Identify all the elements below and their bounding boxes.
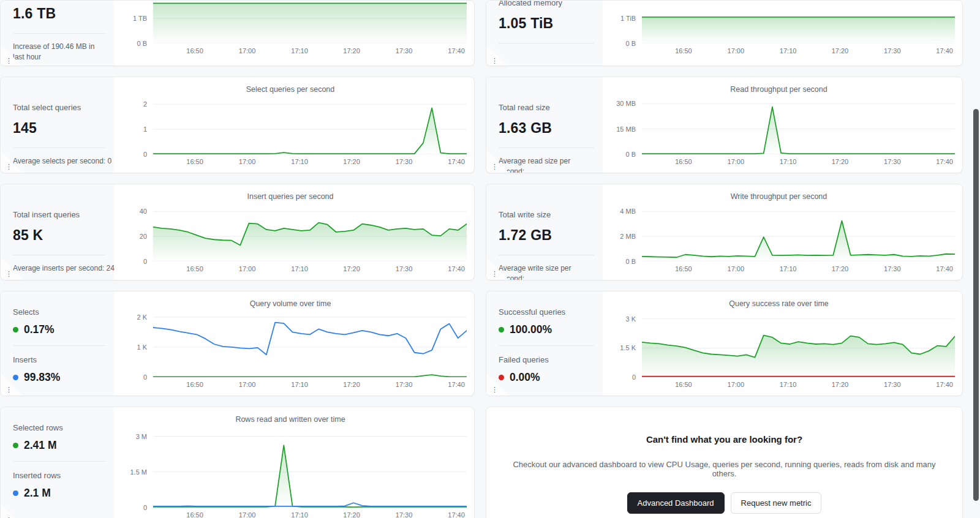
stat-panel: Total select queries 145 Average selects…: [1, 77, 114, 173]
stat-label: Selected rows: [13, 407, 105, 432]
read-size-card: Total read size 1.63 GB Average read siz…: [486, 77, 963, 173]
chart-plot[interactable]: [642, 0, 955, 43]
card-corner-handle-icon[interactable]: ⋮: [1, 258, 23, 280]
x-tick-label: 17:30: [884, 158, 901, 165]
stat-subtext: Average read size per second:452 KB: [499, 156, 594, 173]
x-tick-label: 17:30: [396, 511, 413, 518]
chart-plot[interactable]: [153, 0, 467, 43]
y-axis: 012: [114, 97, 153, 154]
card-corner-handle-icon[interactable]: ⋮: [486, 45, 508, 66]
x-tick-label: 17:20: [832, 265, 849, 272]
card-corner-handle-icon[interactable]: ⋮: [1, 504, 23, 518]
x-tick-label: 17:10: [780, 47, 797, 54]
stat-panel: Successful queries 100.00% Failed querie…: [486, 291, 603, 396]
chart-plot[interactable]: [642, 97, 955, 154]
chart-plot[interactable]: [642, 204, 955, 261]
x-tick-label: 17:30: [396, 381, 413, 388]
x-tick-label: 17:40: [936, 47, 953, 54]
stat-panel: Total write size 1.72 GB Average write s…: [486, 184, 603, 280]
stat-subtext-line1: Average read size per second:: [499, 157, 570, 173]
x-tick-label: 17:00: [728, 265, 745, 272]
stat-label: Selects: [13, 291, 105, 317]
divider: [499, 255, 594, 255]
card-corner-handle-icon[interactable]: ⋮: [486, 151, 508, 173]
chart-plot[interactable]: [153, 97, 467, 154]
stat-value-text: 2.41 M: [24, 439, 57, 452]
x-tick-label: 17:00: [728, 47, 745, 54]
x-tick-label: 17:20: [343, 511, 360, 518]
x-tick-label: 17:00: [728, 158, 745, 165]
y-tick-label: 0 B: [625, 40, 636, 47]
stat-value: 0.00%: [499, 371, 594, 384]
y-tick-label: 1 TiB: [620, 15, 636, 22]
stat-value: 2.41 M: [13, 439, 105, 452]
cta-buttons: Advanced Dashboard Request new metric: [627, 492, 822, 514]
stat-value: 85 K: [13, 227, 105, 244]
x-tick-label: 17:30: [396, 47, 413, 54]
chart-plot[interactable]: [153, 204, 467, 261]
stat-label: Total read size: [499, 77, 594, 112]
y-tick-label: 1 TB: [133, 15, 147, 22]
chart-title: Write throughput per second: [603, 190, 955, 203]
x-tick-label: 17:20: [832, 158, 849, 165]
y-tick-label: 2 K: [137, 313, 147, 321]
x-tick-label: 16:50: [675, 381, 692, 388]
card-corner-handle-icon[interactable]: ⋮: [486, 258, 508, 280]
select-qps-chart: Select queries per second 012 16:5017:00…: [114, 77, 474, 173]
x-tick-label: 17:30: [396, 158, 413, 165]
advanced-dashboard-button[interactable]: Advanced Dashboard: [627, 492, 725, 514]
stat-panel: Selected rows 2.41 M Inserted rows 2.1 M…: [1, 407, 114, 518]
x-tick-label: 17:10: [780, 381, 797, 388]
x-tick-label: 17:20: [832, 47, 849, 54]
request-new-metric-button[interactable]: Request new metric: [731, 492, 822, 514]
green-dot-icon: [13, 443, 18, 448]
x-tick-label: 17:40: [448, 47, 465, 54]
chart-title: Query success rate over time: [603, 298, 955, 310]
card-corner-handle-icon[interactable]: ⋮: [486, 373, 508, 396]
x-tick-label: 16:50: [186, 381, 203, 388]
stat-panel: 1.6 TB Increase of 190.46 MB in last hou…: [1, 0, 114, 66]
card-corner-handle-icon[interactable]: ⋮: [1, 151, 23, 173]
stat-value: 1.05 TiB: [499, 15, 594, 32]
y-axis: 01.5 K3 K: [603, 311, 642, 377]
stat-value-text: 2.1 M: [24, 487, 51, 500]
stat-panel: Allocated memory 1.05 TiB ⋮: [486, 0, 603, 66]
x-tick-label: 17:00: [239, 158, 256, 165]
x-tick-label: 17:40: [448, 158, 465, 165]
x-axis: 16:5017:0017:1017:2017:3017:40: [642, 43, 955, 64]
cta-title: Can't find what you are looking for?: [646, 434, 802, 445]
allocated-memory-card: Allocated memory 1.05 TiB ⋮ 0 B1 TiB 16:…: [486, 0, 963, 66]
stat-value: 99.83%: [13, 371, 105, 384]
vertical-scrollbar-thumb[interactable]: [973, 109, 979, 501]
disk-usage-chart: 0 B1 TB 16:5017:0017:1017:2017:3017:40: [114, 0, 474, 66]
query-volume-chart: Query volume over time 01 K2 K 16:5017:0…: [114, 291, 474, 396]
x-tick-label: 17:20: [343, 265, 360, 272]
y-tick-label: 30 MB: [616, 100, 636, 107]
x-tick-label: 17:00: [239, 511, 256, 518]
stat-subtext: Average selects per second: 0: [13, 156, 105, 167]
x-tick-label: 17:10: [780, 265, 797, 272]
stat-label: Total select queries: [13, 77, 105, 112]
x-tick-label: 17:30: [884, 47, 901, 54]
stat-value-text: 0.17%: [24, 323, 55, 336]
x-tick-label: 16:50: [186, 265, 203, 272]
x-tick-label: 17:40: [448, 265, 465, 272]
divider: [13, 255, 105, 255]
green-dot-icon: [13, 327, 18, 332]
card-corner-handle-icon[interactable]: ⋮: [1, 45, 23, 66]
x-tick-label: 17:10: [291, 158, 308, 165]
x-axis: 16:5017:0017:1017:2017:3017:40: [153, 377, 467, 393]
x-tick-label: 17:10: [291, 511, 308, 518]
card-corner-handle-icon[interactable]: ⋮: [1, 373, 23, 396]
x-tick-label: 16:50: [186, 511, 203, 518]
chart-plot[interactable]: [153, 311, 467, 377]
stat-subtext: Increase of 190.46 MB in last hour: [13, 42, 105, 63]
chart-plot[interactable]: [642, 311, 955, 377]
x-tick-label: 16:50: [186, 158, 203, 165]
stat-label: Inserted rows: [13, 462, 105, 480]
y-tick-label: 2: [143, 100, 147, 108]
x-tick-label: 17:30: [884, 265, 901, 272]
x-tick-label: 17:40: [936, 381, 953, 388]
chart-plot[interactable]: [153, 427, 467, 508]
stat-value: 1.63 GB: [499, 120, 594, 137]
